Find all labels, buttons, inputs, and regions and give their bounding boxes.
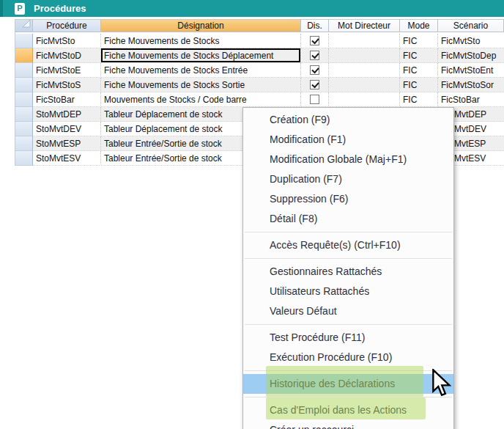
cell-procedure[interactable]: FicStoBar <box>33 92 101 107</box>
cell-mot-directeur[interactable] <box>329 34 400 48</box>
procedures-window: P Procédures ProcédureDésignationDis.Mot… <box>0 0 504 429</box>
row-selector[interactable] <box>15 48 33 63</box>
column-header-label: Mot Directeur <box>338 21 390 31</box>
annotation-highlight-historique-declarations <box>266 366 423 397</box>
menu-item-valeurs-defaut[interactable]: Valeurs Défaut <box>243 301 453 321</box>
cell-scenario[interactable]: FicStoBar <box>438 92 504 107</box>
cell-dis[interactable] <box>301 34 329 48</box>
cell-dis[interactable] <box>301 92 329 107</box>
window-title: Procédures <box>34 3 86 14</box>
column-header-mot[interactable]: Mot Directeur <box>329 19 400 32</box>
cell-dis[interactable] <box>301 78 329 92</box>
cell-mode[interactable]: FIC <box>400 48 438 63</box>
menu-item-utilisateurs-rattaches[interactable]: Utilisateurs Rattachés <box>243 282 453 301</box>
cell-procedure[interactable]: FicMvtStoE <box>33 63 101 78</box>
column-header-selector[interactable] <box>15 19 33 32</box>
menu-item-modification-f1[interactable]: Modification (F1) <box>243 130 453 150</box>
select-all-triangle-icon <box>22 19 31 30</box>
cell-mot-directeur[interactable] <box>329 92 400 107</box>
column-header-label: Dis. <box>307 21 322 31</box>
dis-checkbox-checked[interactable] <box>310 36 319 45</box>
cell-mode[interactable]: FIC <box>400 63 438 78</box>
cell-procedure[interactable]: StoMvtESV <box>33 151 101 166</box>
cell-mot-directeur[interactable] <box>329 48 400 63</box>
cell-procedure[interactable]: StoMvtDEP <box>33 107 101 122</box>
dis-checkbox-unchecked[interactable] <box>310 95 319 104</box>
column-header-procedure[interactable]: Procédure <box>33 19 101 32</box>
row-selector[interactable] <box>15 63 33 78</box>
menu-separator <box>245 258 452 259</box>
menu-item-acces-requete-s-ctrl-f10[interactable]: Accès Requête(s) (Ctrl+F10) <box>243 235 453 255</box>
menu-item-suppression-f6[interactable]: Suppression (F6) <box>243 189 453 209</box>
menu-item-test-procedure-f11[interactable]: Test Procédure (F11) <box>243 328 453 348</box>
cell-mode[interactable]: FIC <box>400 34 438 48</box>
row-selector[interactable] <box>15 78 33 92</box>
cell-scenario[interactable]: FicMvtSto <box>438 34 504 48</box>
column-header-label: Désignation <box>177 21 223 31</box>
row-selector[interactable] <box>15 122 33 136</box>
menu-item-duplication-f7[interactable]: Duplication (F7) <box>243 169 453 189</box>
cell-mot-directeur[interactable] <box>329 63 400 78</box>
menu-item-detail-f8[interactable]: Détail (F8) <box>243 209 453 229</box>
row-selector[interactable] <box>15 151 33 166</box>
column-header-label: Scénario <box>453 21 488 31</box>
cell-procedure[interactable]: FicMvtStoD <box>33 48 101 63</box>
cell-scenario[interactable]: FicMvtStoEnt <box>438 63 504 78</box>
column-header-mode[interactable]: Mode <box>400 19 438 32</box>
menu-item-creer-un-raccourci[interactable]: Créer un raccourci <box>243 420 453 429</box>
cell-designation[interactable]: Fiche Mouvements de Stocks Sortie <box>101 78 301 92</box>
menu-item-modification-globale-maj-f1[interactable]: Modification Globale (Maj+F1) <box>243 150 453 169</box>
menu-separator <box>245 324 452 325</box>
row-selector[interactable] <box>15 34 33 48</box>
column-header-designation[interactable]: Désignation <box>101 19 301 32</box>
cell-mode[interactable]: FIC <box>400 78 438 92</box>
cell-procedure[interactable]: StoMvtESP <box>33 136 101 151</box>
cell-procedure[interactable]: StoMvtDEV <box>33 122 101 136</box>
cell-dis[interactable] <box>301 63 329 78</box>
cell-scenario[interactable]: FicMvtStoSor <box>438 78 504 92</box>
menu-item-creation-f9[interactable]: Création (F9) <box>243 110 453 130</box>
column-header-scenario[interactable]: Scénario <box>438 19 504 32</box>
dis-checkbox-checked[interactable] <box>310 65 319 75</box>
mouse-cursor-icon <box>431 369 452 401</box>
cell-designation[interactable]: Fiche Mouvements de Stocks <box>101 34 301 48</box>
row-selector[interactable] <box>15 92 33 107</box>
cell-dis[interactable] <box>301 48 329 63</box>
menu-item-execution-procedure-f10[interactable]: Exécution Procédure (F10) <box>243 348 453 367</box>
cell-procedure[interactable]: FicMvtSto <box>33 34 101 48</box>
cell-mode[interactable]: FIC <box>400 92 438 107</box>
menu-separator <box>245 232 452 232</box>
window-titlebar: P Procédures <box>0 0 504 17</box>
dis-checkbox-checked[interactable] <box>310 51 319 60</box>
annotation-highlight-cas-demploi <box>266 397 426 419</box>
cell-designation[interactable]: Mouvements de Stocks / Code barre <box>101 92 301 107</box>
menu-item-gestionnaires-rattaches[interactable]: Gestionnaires Rattachés <box>243 262 453 282</box>
cell-designation-current[interactable]: Fiche Mouvements de Stocks Déplacement <box>101 48 301 63</box>
cell-mot-directeur[interactable] <box>329 78 400 92</box>
cell-designation[interactable]: Fiche Mouvements de Stocks Entrée <box>101 63 301 78</box>
procedure-document-icon: P <box>15 3 25 15</box>
cell-scenario[interactable]: FicMvtStoDep <box>438 48 504 63</box>
dis-checkbox-checked[interactable] <box>310 80 319 89</box>
cell-procedure[interactable]: FicMvtStoS <box>33 78 101 92</box>
row-selector[interactable] <box>15 107 33 122</box>
column-header-label: Mode <box>407 21 429 31</box>
column-header-dis[interactable]: Dis. <box>301 19 329 32</box>
column-header-label: Procédure <box>46 21 86 31</box>
row-selector[interactable] <box>15 136 33 151</box>
